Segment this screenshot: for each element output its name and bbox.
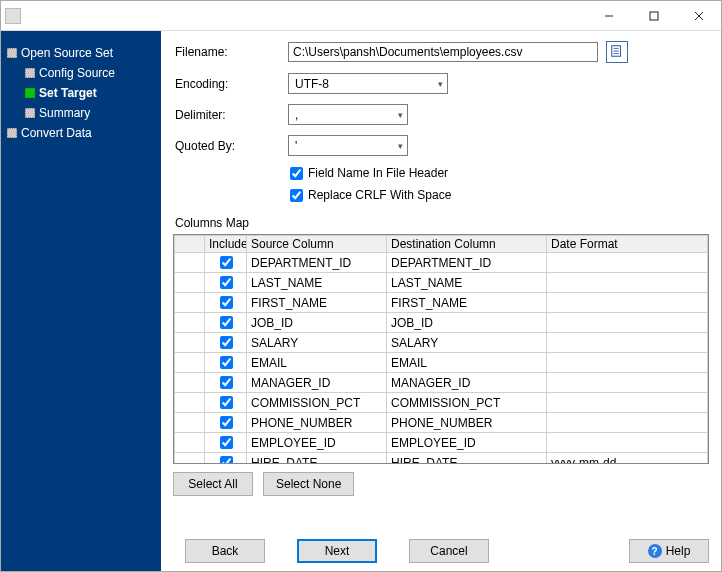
row-gutter (175, 453, 205, 465)
filename-input[interactable] (288, 42, 598, 62)
date-cell[interactable] (547, 353, 708, 373)
quoted-select[interactable]: ' ▾ (288, 135, 408, 156)
replace-crlf-label[interactable]: Replace CRLF With Space (308, 188, 451, 202)
include-checkbox[interactable] (220, 316, 233, 329)
chevron-down-icon: ▾ (438, 79, 443, 89)
cancel-button[interactable]: Cancel (409, 539, 489, 563)
source-cell[interactable]: MANAGER_ID (247, 373, 387, 393)
help-button[interactable]: ? Help (629, 539, 709, 563)
include-header[interactable]: Include (205, 236, 247, 253)
next-button[interactable]: Next (297, 539, 377, 563)
include-checkbox[interactable] (220, 456, 233, 464)
table-row[interactable]: EMPLOYEE_IDEMPLOYEE_ID (175, 433, 708, 453)
date-header[interactable]: Date Format (547, 236, 708, 253)
field-header-label[interactable]: Field Name In File Header (308, 166, 448, 180)
wizard-step-summary[interactable]: Summary (25, 103, 157, 123)
app-icon (5, 8, 21, 24)
row-gutter (175, 333, 205, 353)
table-row[interactable]: PHONE_NUMBERPHONE_NUMBER (175, 413, 708, 433)
source-cell[interactable]: LAST_NAME (247, 273, 387, 293)
replace-crlf-checkbox[interactable] (290, 189, 303, 202)
wizard-step-open-source-set[interactable]: Open Source Set (7, 43, 157, 63)
maximize-button[interactable] (631, 1, 676, 31)
delimiter-select[interactable]: , ▾ (288, 104, 408, 125)
minimize-button[interactable] (586, 1, 631, 31)
include-checkbox[interactable] (220, 416, 233, 429)
include-checkbox[interactable] (220, 356, 233, 369)
step-node-icon (25, 88, 35, 98)
source-cell[interactable]: EMAIL (247, 353, 387, 373)
source-cell[interactable]: JOB_ID (247, 313, 387, 333)
include-checkbox[interactable] (220, 296, 233, 309)
table-row[interactable]: MANAGER_IDMANAGER_ID (175, 373, 708, 393)
include-checkbox[interactable] (220, 276, 233, 289)
table-row[interactable]: HIRE_DATEHIRE_DATEyyyy-mm-dd (175, 453, 708, 465)
date-cell[interactable] (547, 293, 708, 313)
include-checkbox[interactable] (220, 256, 233, 269)
close-button[interactable] (676, 1, 721, 31)
table-row[interactable]: JOB_IDJOB_ID (175, 313, 708, 333)
dest-cell[interactable]: JOB_ID (387, 313, 547, 333)
dest-cell[interactable]: DEPARTMENT_ID (387, 253, 547, 273)
step-node-icon (7, 128, 17, 138)
date-cell[interactable] (547, 333, 708, 353)
source-cell[interactable]: HIRE_DATE (247, 453, 387, 465)
source-cell[interactable]: SALARY (247, 333, 387, 353)
dest-cell[interactable]: EMPLOYEE_ID (387, 433, 547, 453)
encoding-select[interactable]: UTF-8 ▾ (288, 73, 448, 94)
date-cell[interactable]: yyyy-mm-dd (547, 453, 708, 465)
wizard-step-config-source[interactable]: Config Source (25, 63, 157, 83)
gutter-header (175, 236, 205, 253)
dest-cell[interactable]: MANAGER_ID (387, 373, 547, 393)
row-gutter (175, 373, 205, 393)
source-cell[interactable]: PHONE_NUMBER (247, 413, 387, 433)
row-gutter (175, 353, 205, 373)
step-node-icon (25, 108, 35, 118)
dest-header[interactable]: Destination Column (387, 236, 547, 253)
dest-cell[interactable]: SALARY (387, 333, 547, 353)
source-cell[interactable]: FIRST_NAME (247, 293, 387, 313)
table-row[interactable]: SALARYSALARY (175, 333, 708, 353)
include-checkbox[interactable] (220, 376, 233, 389)
date-cell[interactable] (547, 393, 708, 413)
date-cell[interactable] (547, 313, 708, 333)
dest-cell[interactable]: FIRST_NAME (387, 293, 547, 313)
chevron-down-icon: ▾ (398, 110, 403, 120)
wizard-step-set-target[interactable]: Set Target (25, 83, 157, 103)
dest-cell[interactable]: COMMISSION_PCT (387, 393, 547, 413)
dest-cell[interactable]: PHONE_NUMBER (387, 413, 547, 433)
date-cell[interactable] (547, 433, 708, 453)
source-cell[interactable]: DEPARTMENT_ID (247, 253, 387, 273)
table-row[interactable]: FIRST_NAMEFIRST_NAME (175, 293, 708, 313)
wizard-step-convert-data[interactable]: Convert Data (7, 123, 157, 143)
field-header-checkbox[interactable] (290, 167, 303, 180)
dest-cell[interactable]: HIRE_DATE (387, 453, 547, 465)
include-checkbox[interactable] (220, 336, 233, 349)
dest-cell[interactable]: LAST_NAME (387, 273, 547, 293)
table-row[interactable]: COMMISSION_PCTCOMMISSION_PCT (175, 393, 708, 413)
date-cell[interactable] (547, 253, 708, 273)
source-header[interactable]: Source Column (247, 236, 387, 253)
select-none-button[interactable]: Select None (263, 472, 354, 496)
delimiter-value: , (295, 108, 298, 122)
date-cell[interactable] (547, 373, 708, 393)
dest-cell[interactable]: EMAIL (387, 353, 547, 373)
row-gutter (175, 433, 205, 453)
table-row[interactable]: EMAILEMAIL (175, 353, 708, 373)
row-gutter (175, 253, 205, 273)
browse-button[interactable] (606, 41, 628, 63)
include-checkbox[interactable] (220, 396, 233, 409)
help-label: Help (666, 544, 691, 558)
chevron-down-icon: ▾ (398, 141, 403, 151)
select-all-button[interactable]: Select All (173, 472, 253, 496)
table-row[interactable]: DEPARTMENT_IDDEPARTMENT_ID (175, 253, 708, 273)
columns-table[interactable]: Include Source Column Destination Column… (173, 234, 709, 464)
date-cell[interactable] (547, 273, 708, 293)
source-cell[interactable]: COMMISSION_PCT (247, 393, 387, 413)
file-icon (610, 44, 624, 61)
table-row[interactable]: LAST_NAMELAST_NAME (175, 273, 708, 293)
date-cell[interactable] (547, 413, 708, 433)
include-checkbox[interactable] (220, 436, 233, 449)
source-cell[interactable]: EMPLOYEE_ID (247, 433, 387, 453)
back-button[interactable]: Back (185, 539, 265, 563)
